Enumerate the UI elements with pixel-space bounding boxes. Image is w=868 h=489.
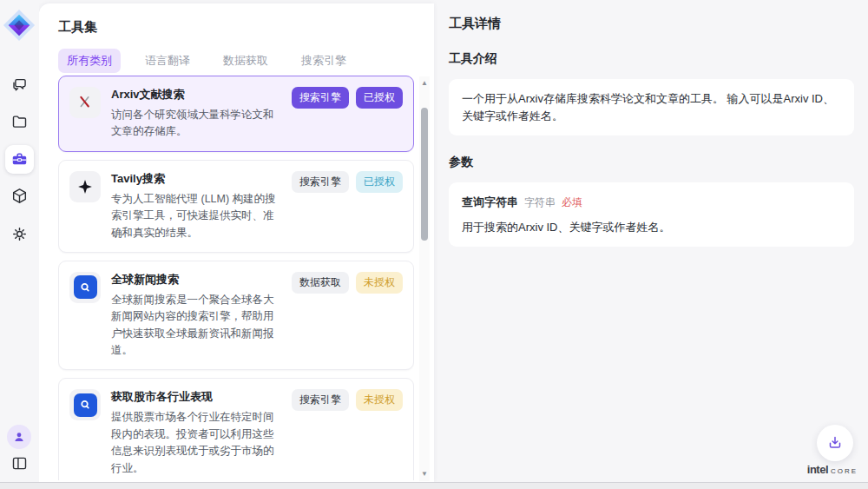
download-button[interactable] xyxy=(817,425,853,461)
detail-title: 工具详情 xyxy=(449,16,854,32)
toolbox-icon xyxy=(10,150,29,169)
arxiv-logo-icon xyxy=(69,87,101,118)
param-required-flag: 必填 xyxy=(562,195,582,210)
tavily-star-icon xyxy=(69,171,101,202)
intro-text-box: 一个用于从Arxiv存储库搜索科学论文和文章的工具。 输入可以是Arxiv ID… xyxy=(449,79,854,135)
sidebar-item-models[interactable] xyxy=(5,182,34,210)
tool-title: Arxiv文献搜索 xyxy=(111,87,281,102)
intel-wordmark: intel xyxy=(807,463,828,476)
tab-data-fetch[interactable]: 数据获取 xyxy=(214,49,277,73)
collapse-panel-button[interactable] xyxy=(5,449,34,478)
params-heading: 参数 xyxy=(449,155,854,170)
tool-card-list: Arxiv文献搜索 访问各个研究领域大量科学论文和文章的存储库。 搜索引擎 已授… xyxy=(58,76,414,480)
tool-description: 访问各个研究领域大量科学论文和文章的存储库。 xyxy=(111,107,281,141)
auth-status-badge: 已授权 xyxy=(356,171,403,193)
left-sidebar xyxy=(0,0,39,482)
window-bottom-edge xyxy=(0,482,868,489)
cube-icon xyxy=(10,187,29,205)
sidebar-item-settings[interactable] xyxy=(5,220,34,248)
gear-icon xyxy=(10,225,29,243)
list-scrollbar[interactable]: ▲ ▼ xyxy=(419,76,430,481)
param-type: 字符串 xyxy=(524,195,556,210)
auth-status-badge: 未授权 xyxy=(356,389,403,411)
tool-collection-panel: 工具集 所有类别 语言翻译 数据获取 搜索引擎 Arxiv文献搜索 访问各个研究… xyxy=(39,3,434,482)
news-search-icon xyxy=(69,272,101,303)
param-name: 查询字符串 xyxy=(462,194,518,211)
category-badge: 搜索引擎 xyxy=(292,171,349,193)
tool-description: 提供股票市场各个行业在特定时间段内的表现。投资者可以利用这些信息来识别表现优于或… xyxy=(111,409,281,477)
scrollbar-down-icon[interactable]: ▼ xyxy=(419,469,430,479)
auth-status-badge: 已授权 xyxy=(356,87,403,109)
tool-card-global-news[interactable]: 全球新闻搜索 全球新闻搜索是一个聚合全球各大新闻网站内容的搜索引擎，帮助用户快速… xyxy=(58,261,414,371)
tool-detail-panel: 工具详情 工具介绍 一个用于从Arxiv存储库搜索科学论文和文章的工具。 输入可… xyxy=(438,0,868,482)
page-title: 工具集 xyxy=(58,19,97,36)
intro-text: 一个用于从Arxiv存储库搜索科学论文和文章的工具。 输入可以是Arxiv ID… xyxy=(462,92,834,122)
tool-title: Tavily搜索 xyxy=(111,171,281,187)
category-tabs: 所有类别 语言翻译 数据获取 搜索引擎 xyxy=(58,49,355,73)
tool-description: 全球新闻搜索是一个聚合全球各大新闻网站内容的搜索引擎，帮助用户快速获取全球最新资… xyxy=(111,292,281,360)
tool-title: 全球新闻搜索 xyxy=(111,272,281,287)
intro-heading: 工具介绍 xyxy=(449,51,854,67)
sidebar-item-tools[interactable] xyxy=(5,145,34,174)
tab-search-engine[interactable]: 搜索引擎 xyxy=(293,49,355,73)
panel-layout-icon xyxy=(10,454,29,472)
tool-card-tavily[interactable]: Tavily搜索 专为人工智能代理 (LLM) 构建的搜索引擎工具，可快速提供实… xyxy=(58,160,414,253)
category-badge: 搜索引擎 xyxy=(292,389,349,411)
tab-all-categories[interactable]: 所有类别 xyxy=(58,49,121,73)
user-avatar[interactable] xyxy=(7,425,31,449)
category-badge: 数据获取 xyxy=(292,272,349,294)
chat-icon xyxy=(10,76,29,94)
person-icon xyxy=(12,430,26,444)
core-wordmark: core xyxy=(831,465,858,475)
param-description: 用于搜索的Arxiv ID、关键字或作者姓名。 xyxy=(462,219,841,236)
tool-card-arxiv[interactable]: Arxiv文献搜索 访问各个研究领域大量科学论文和文章的存储库。 搜索引擎 已授… xyxy=(58,76,414,152)
param-item-box: 查询字符串 字符串 必填 用于搜索的Arxiv ID、关键字或作者姓名。 xyxy=(449,182,854,247)
auth-status-badge: 未授权 xyxy=(356,272,403,294)
tool-card-sector-performance[interactable]: 获取股市各行业表现 提供股票市场各个行业在特定时间段内的表现。投资者可以利用这些… xyxy=(58,378,414,480)
sidebar-item-chat[interactable] xyxy=(5,70,34,99)
tool-description: 专为人工智能代理 (LLM) 构建的搜索引擎工具，可快速提供实时、准确和真实的结… xyxy=(111,191,281,241)
category-badge: 搜索引擎 xyxy=(292,87,349,109)
scrollbar-thumb[interactable] xyxy=(421,108,428,241)
folder-icon xyxy=(10,113,29,131)
app-logo-icon xyxy=(3,9,36,42)
tab-translation[interactable]: 语言翻译 xyxy=(136,49,199,73)
download-icon xyxy=(826,434,844,452)
sidebar-item-files[interactable] xyxy=(5,108,34,136)
news-search-icon xyxy=(69,389,101,420)
tool-title: 获取股市各行业表现 xyxy=(111,389,281,405)
scrollbar-up-icon[interactable]: ▲ xyxy=(419,78,430,89)
